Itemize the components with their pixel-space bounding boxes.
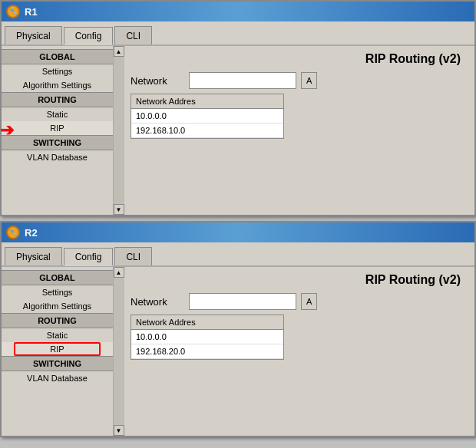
tab-cli-r2[interactable]: CLI [114, 247, 152, 265]
sidebar-scrollbar-r1: ▲ ▼ [113, 46, 124, 215]
scroll-track-r2 [114, 278, 124, 425]
title-bar-r1: 🔧 R1 [2, 2, 474, 21]
add-button-r2[interactable]: A [301, 293, 317, 310]
sidebar-item-settings-r1[interactable]: Settings [2, 64, 113, 78]
sidebar-item-settings-r2[interactable]: Settings [2, 285, 113, 299]
scroll-down-r1[interactable]: ▼ [114, 204, 124, 215]
tab-content-r2: GLOBAL Settings Algorithm Settings ROUTI… [2, 267, 474, 436]
router1-icon: 🔧 [6, 5, 20, 18]
router2-title: R2 [25, 227, 38, 239]
sidebar-item-static-r2[interactable]: Static [2, 328, 113, 342]
sidebar-item-vlan-r2[interactable]: VLAN Database [2, 371, 113, 385]
sidebar-scrollbar-r2: ▲ ▼ [113, 267, 124, 436]
sidebar-r2: GLOBAL Settings Algorithm Settings ROUTI… [2, 267, 124, 436]
red-arrow-r1: ➔ [0, 122, 12, 139]
scroll-up-r1[interactable]: ▲ [114, 46, 124, 57]
router2-window: 🔧 R2 Physical Config CLI GLOBAL Settings… [0, 221, 476, 437]
tab-cli-r1[interactable]: CLI [114, 26, 152, 44]
tab-config-r1[interactable]: Config [64, 27, 114, 45]
sidebar-item-vlan-r1[interactable]: VLAN Database [2, 150, 113, 164]
tab-physical-r2[interactable]: Physical [5, 247, 62, 265]
add-button-r1[interactable]: A [301, 72, 317, 89]
network-table-r2: Network Addres 10.0.0.0 192.168.20.0 [131, 315, 284, 360]
tab-content-r1: ➔ GLOBAL Settings Algorithm Settings ROU… [2, 46, 474, 215]
scroll-track-r1 [114, 57, 124, 204]
network-table-row-r1-0[interactable]: 10.0.0.0 [131, 109, 283, 124]
router1-title: R1 [25, 6, 38, 18]
scroll-up-r2[interactable]: ▲ [114, 267, 124, 278]
sidebar-section-switching-r2: SWITCHING [2, 356, 113, 371]
rip-highlighted-r2: RIP [14, 342, 101, 356]
network-table-r1: Network Addres 10.0.0.0 192.168.10.0 [131, 94, 284, 139]
sidebar-item-rip-r2[interactable]: RIP [2, 342, 113, 356]
network-table-header-r2: Network Addres [131, 315, 283, 330]
network-section-r2: Network A [131, 293, 468, 310]
sidebar-section-routing-r2: ROUTING [2, 313, 113, 328]
tab-physical-r1[interactable]: Physical [5, 26, 62, 44]
title-bar-r2: 🔧 R2 [2, 222, 474, 242]
network-table-row-r2-1[interactable]: 192.168.20.0 [131, 344, 283, 359]
network-label-r1: Network [131, 75, 184, 87]
router2-icon: 🔧 [6, 226, 20, 239]
tab-bar-r1: Physical Config CLI [2, 21, 474, 46]
sidebar-section-global-r1: GLOBAL [2, 49, 113, 64]
rip-title-r2: RIP Routing (v2) [131, 273, 468, 287]
network-section-r1: Network A [131, 72, 468, 89]
router1-window: 🔧 R1 Physical Config CLI ➔ GLOBAL Settin… [0, 0, 476, 216]
network-label-r2: Network [131, 296, 184, 308]
scroll-down-r2[interactable]: ▼ [114, 425, 124, 436]
sidebar-section-global-r2: GLOBAL [2, 270, 113, 285]
tab-bar-r2: Physical Config CLI [2, 242, 474, 267]
sidebar-item-static-r1[interactable]: Static [2, 107, 113, 121]
network-table-header-r1: Network Addres [131, 94, 283, 109]
main-content-r1: RIP Routing (v2) Network A Network Addre… [124, 46, 474, 215]
rip-title-r1: RIP Routing (v2) [131, 52, 468, 66]
sidebar-item-algorithm-r2[interactable]: Algorithm Settings [2, 299, 113, 313]
network-table-row-r1-1[interactable]: 192.168.10.0 [131, 124, 283, 138]
sidebar-item-rip-r1[interactable]: RIP [2, 121, 113, 135]
network-input-r1[interactable] [189, 72, 296, 89]
network-input-r2[interactable] [189, 293, 296, 310]
sidebar-item-algorithm-r1[interactable]: Algorithm Settings [2, 78, 113, 92]
tab-config-r2[interactable]: Config [64, 248, 114, 266]
network-table-row-r2-0[interactable]: 10.0.0.0 [131, 330, 283, 344]
sidebar-section-routing-r1: ROUTING [2, 92, 113, 107]
sidebar-section-switching-r1: SWITCHING [2, 135, 113, 150]
main-content-r2: RIP Routing (v2) Network A Network Addre… [124, 267, 474, 436]
sidebar-r1: GLOBAL Settings Algorithm Settings ROUTI… [2, 46, 124, 215]
